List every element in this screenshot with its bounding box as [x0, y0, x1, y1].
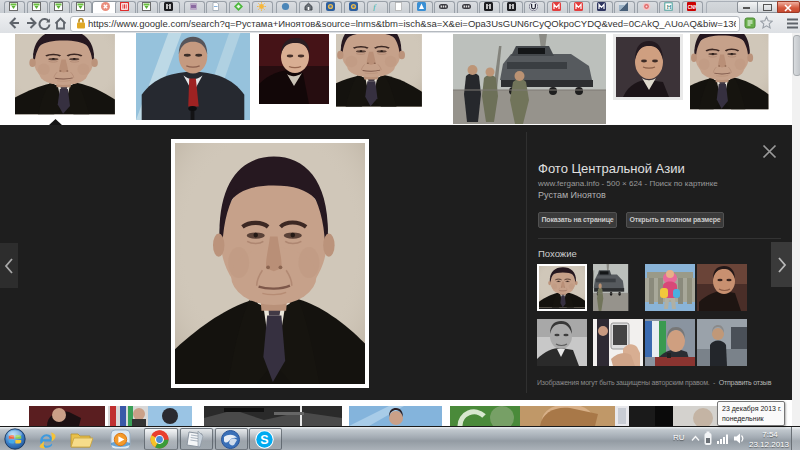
svg-text:f: f [373, 2, 377, 11]
svg-text:CNN: CNN [687, 5, 695, 10]
svg-text:H: H [666, 3, 671, 11]
svg-text:S: S [260, 433, 268, 447]
